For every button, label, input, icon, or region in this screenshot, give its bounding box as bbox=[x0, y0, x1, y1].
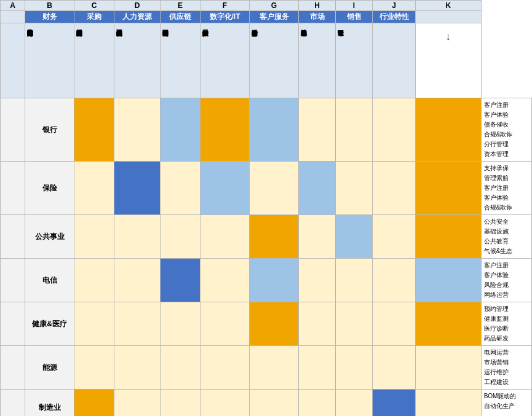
col-name-4: 供应链 bbox=[161, 11, 200, 23]
cell-0-J bbox=[416, 98, 482, 162]
cell-1-J bbox=[416, 162, 482, 215]
cell-3-B bbox=[74, 259, 114, 302]
cell-0-I bbox=[373, 98, 416, 162]
cell-0-E bbox=[200, 98, 250, 162]
cell-6-I bbox=[373, 390, 416, 417]
row-a-1 bbox=[1, 162, 25, 215]
cell-1-E bbox=[200, 162, 250, 215]
cell-5-J bbox=[416, 346, 482, 390]
sub-header-col-8: 市场活动品牌管理客户服务务优化 bbox=[299, 23, 336, 98]
col-name-3: 人力资源 bbox=[114, 11, 161, 23]
table-row-0: 银行客户注册客户体验债务催收合规&欺诈分行管理资本管理 bbox=[1, 98, 532, 162]
cell-0-D bbox=[161, 98, 200, 162]
cell-3-E bbox=[200, 259, 250, 302]
col-letter-D: D bbox=[114, 1, 161, 11]
table-row-2: 公共事业公共安全基础设施公共教育气候&生态 bbox=[1, 215, 532, 259]
k-labels-2: 公共安全基础设施公共教育气候&生态 bbox=[481, 215, 531, 259]
cell-0-B bbox=[74, 98, 114, 162]
cell-4-D bbox=[161, 302, 200, 346]
cell-3-D bbox=[161, 259, 200, 302]
k-labels-3: 客户注册客户体验风险合规网络运营 bbox=[481, 259, 531, 302]
col-name-8: 销售 bbox=[336, 11, 373, 23]
sub-header-col-5: 配仓与物交管理送库理管物料管务需求 bbox=[161, 23, 200, 98]
table-row-3: 电信客户注册客户体验风险合规网络运营 bbox=[1, 259, 532, 302]
col-name-9: 行业特性 bbox=[373, 11, 416, 23]
row-label-0: 银行 bbox=[25, 98, 74, 162]
cell-5-G bbox=[299, 346, 336, 390]
cell-3-H bbox=[336, 259, 373, 302]
cell-3-G bbox=[299, 259, 336, 302]
col-letter-A: A bbox=[1, 1, 25, 11]
k-labels-1: 支持承保管理索赔客户注册客户体验合规&欺诈 bbox=[481, 162, 531, 215]
row-label-2: 公共事业 bbox=[25, 215, 74, 259]
col-name-7: 市场 bbox=[299, 11, 336, 23]
cell-2-G bbox=[299, 215, 336, 259]
cell-6-F bbox=[250, 390, 299, 417]
cell-5-D bbox=[161, 346, 200, 390]
row-label-1: 保险 bbox=[25, 162, 74, 215]
cell-3-F bbox=[250, 259, 299, 302]
col-name-5: 数字化/IT bbox=[200, 11, 250, 23]
col-name-6: 客户服务 bbox=[250, 11, 299, 23]
row-a-3 bbox=[1, 259, 25, 302]
sub-header-col-2: 财务规划和报告对账及应收账款日记账管理处理及分付款支订管应付报账务 bbox=[25, 23, 74, 98]
cell-3-J bbox=[416, 259, 482, 302]
sub-header-col-7: 客客户评价护户信息管理服务满意度 bbox=[250, 23, 299, 98]
k-labels-4: 预约管理健康监测医疗诊断药品研发 bbox=[481, 302, 531, 346]
col-letter-J: J bbox=[373, 1, 416, 11]
row-label-4: 健康&医疗 bbox=[25, 302, 74, 346]
cell-2-B bbox=[74, 215, 114, 259]
cell-6-D bbox=[161, 390, 200, 417]
cell-0-H bbox=[336, 98, 373, 162]
sub-header-col-4: 员工培训和发展学人分福力析新员职和人招聘职业规划告 bbox=[114, 23, 161, 98]
cell-1-C bbox=[114, 162, 161, 215]
col-letter-B: B bbox=[25, 1, 74, 11]
col-name-0 bbox=[1, 11, 25, 23]
col-letter-H: H bbox=[299, 1, 336, 11]
cell-4-C bbox=[114, 302, 161, 346]
cell-0-C bbox=[114, 98, 161, 162]
k-labels-6: BOM驱动的自动化生产 bbox=[481, 390, 531, 417]
row-a-6 bbox=[1, 390, 25, 417]
col-letter-K: K bbox=[416, 1, 482, 11]
cell-1-I bbox=[373, 162, 416, 215]
cell-3-I bbox=[373, 259, 416, 302]
table-row-6: 制造业BOM驱动的自动化生产 bbox=[1, 390, 532, 417]
cell-2-H bbox=[336, 215, 373, 259]
cell-6-J bbox=[416, 390, 482, 417]
cell-3-C bbox=[114, 259, 161, 302]
cell-0-F bbox=[250, 98, 299, 162]
cell-5-E bbox=[200, 346, 250, 390]
cell-4-H bbox=[336, 302, 373, 346]
cell-2-C bbox=[114, 215, 161, 259]
row-a-4 bbox=[1, 302, 25, 346]
k-labels-5: 电网运营市场营销运行维护工程建设 bbox=[481, 346, 531, 390]
cell-4-I bbox=[373, 302, 416, 346]
sub-header-col-6: 系统安全维用统开发和数据全护数据报发护件 bbox=[200, 23, 250, 98]
cell-2-I bbox=[373, 215, 416, 259]
table-row-1: 保险支持承保管理索赔客户注册客户体验合规&欺诈 bbox=[1, 162, 532, 215]
row-label-6: 制造业 bbox=[25, 390, 74, 417]
cell-1-B bbox=[74, 162, 114, 215]
cell-5-C bbox=[114, 346, 161, 390]
cell-5-B bbox=[74, 346, 114, 390]
cell-6-E bbox=[200, 390, 250, 417]
col-name-1: 财务 bbox=[25, 11, 74, 23]
col-letter-G: G bbox=[250, 1, 299, 11]
main-matrix-table: ABCDEFGHIJK财务采购人力资源供应链数字化/IT客户服务市场销售行业特性… bbox=[0, 0, 532, 416]
cell-4-B bbox=[74, 302, 114, 346]
cell-4-F bbox=[250, 302, 299, 346]
table-row-4: 健康&医疗预约管理健康监测医疗诊断药品研发 bbox=[1, 302, 532, 346]
cell-5-F bbox=[250, 346, 299, 390]
col-letter-I: I bbox=[336, 1, 373, 11]
table-row-5: 能源电网运营市场营销运行维护工程建设 bbox=[1, 346, 532, 390]
cell-4-J bbox=[416, 302, 482, 346]
sub-header-col-9: 渠道管理销售管理订单管理 bbox=[336, 23, 373, 98]
cell-6-B bbox=[74, 390, 114, 417]
cell-5-H bbox=[336, 346, 373, 390]
cell-6-C bbox=[114, 390, 161, 417]
cell-2-J bbox=[416, 215, 482, 259]
cell-0-G bbox=[299, 98, 336, 162]
cell-1-F bbox=[250, 162, 299, 215]
col-name-2: 采购 bbox=[74, 11, 114, 23]
